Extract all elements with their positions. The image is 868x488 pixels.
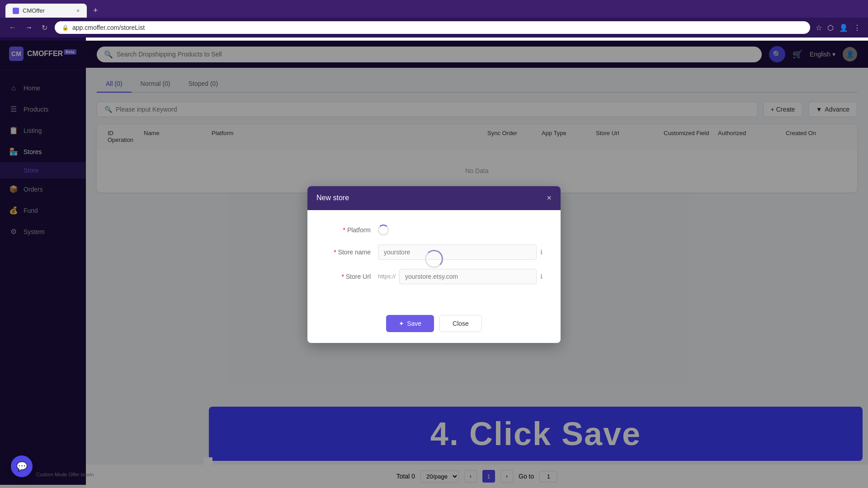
store-name-label: Store name	[326, 249, 371, 256]
address-bar[interactable]: 🔒 app.cmoffer.com/storeList	[55, 21, 810, 34]
modal-title: New store	[316, 194, 349, 202]
modal-close-button[interactable]: ×	[547, 193, 552, 203]
store-url-input[interactable]	[399, 269, 537, 284]
address-text: app.cmoffer.com/storeList	[72, 24, 145, 31]
bookmark-icon[interactable]: ☆	[816, 23, 822, 32]
save-label: Save	[407, 320, 421, 327]
store-url-info-icon[interactable]: ℹ	[540, 273, 542, 280]
refresh-button[interactable]: ↻	[40, 22, 49, 34]
browser-nav: ← → ↻ 🔒 app.cmoffer.com/storeList ☆ ⬡ 👤 …	[0, 18, 868, 38]
store-name-input[interactable]	[378, 244, 537, 260]
browser-chrome: CMOffer × + ← → ↻ 🔒 app.cmoffer.com/stor…	[0, 0, 868, 38]
tab-favicon	[13, 8, 19, 14]
chat-icon: 💬	[16, 461, 28, 472]
extension-icon[interactable]: ⬡	[827, 23, 834, 32]
new-tab-button[interactable]: +	[89, 4, 103, 17]
browser-nav-icons: ☆ ⬡ 👤 ⋮	[816, 23, 861, 32]
close-button[interactable]: Close	[439, 315, 482, 332]
store-name-info-icon[interactable]: ℹ	[540, 249, 542, 256]
save-button[interactable]: ✦ Save	[386, 315, 434, 332]
profile-icon[interactable]: 👤	[839, 23, 848, 32]
url-prefix: https://	[378, 273, 396, 280]
store-name-control: ℹ	[378, 244, 542, 260]
chat-bubble[interactable]: 💬	[11, 455, 33, 477]
platform-row: Platform	[326, 225, 542, 235]
modal-footer: ✦ Save Close	[307, 308, 561, 343]
tab-close-button[interactable]: ×	[76, 8, 80, 14]
forward-button[interactable]: →	[24, 22, 34, 33]
platform-control	[378, 225, 542, 235]
new-store-modal: New store × Platform Store name ℹ St	[307, 186, 561, 343]
modal-header: New store ×	[307, 186, 561, 210]
tab-title: CMOffer	[23, 7, 45, 14]
browser-tab-cmoffer[interactable]: CMOffer ×	[5, 4, 87, 18]
store-url-row: Store Url https:// ℹ	[326, 269, 542, 284]
store-url-control: https:// ℹ	[378, 269, 542, 284]
platform-spinner	[378, 225, 389, 235]
modal-overlay: New store × Platform Store name ℹ St	[0, 41, 868, 488]
lock-icon: 🔒	[62, 24, 69, 31]
store-url-label: Store Url	[326, 273, 371, 280]
platform-label: Platform	[326, 226, 371, 234]
menu-icon[interactable]: ⋮	[854, 23, 861, 32]
modal-body: Platform Store name ℹ Store Url https://	[307, 210, 561, 308]
browser-tabbar: CMOffer × +	[0, 0, 868, 18]
back-button[interactable]: ←	[7, 22, 18, 33]
save-icon: ✦	[399, 320, 404, 327]
loading-spinner	[425, 250, 443, 268]
chat-label: Custom Mode Offer to win	[36, 472, 94, 477]
